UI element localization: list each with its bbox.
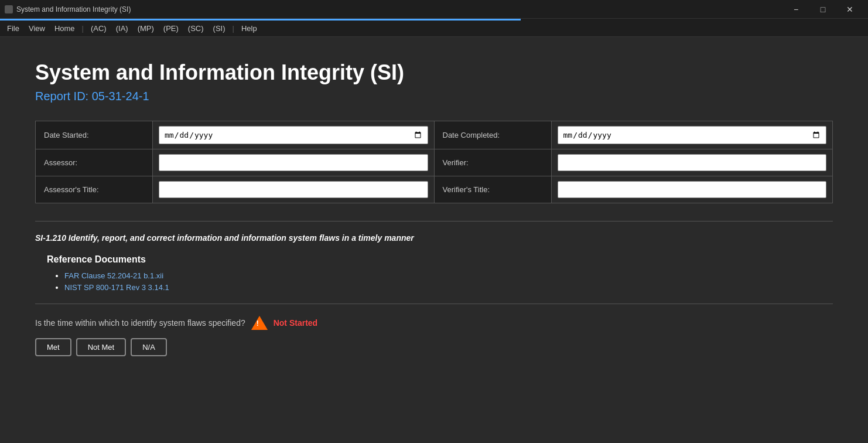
menu-sep1: | <box>80 24 86 33</box>
met-button[interactable]: Met <box>35 338 71 356</box>
warning-shape <box>251 316 268 330</box>
verifier-input[interactable] <box>558 154 827 171</box>
menu-mp[interactable]: (MP) <box>133 23 159 34</box>
section-divider-2 <box>35 304 833 304</box>
assessor-input[interactable] <box>159 154 428 171</box>
verifier-cell <box>551 149 833 176</box>
not-met-button[interactable]: Not Met <box>76 338 127 356</box>
date-started-input[interactable] <box>159 126 428 144</box>
menu-sep2: | <box>230 24 237 33</box>
menu-view[interactable]: View <box>24 23 50 34</box>
close-button[interactable]: ✕ <box>836 0 863 19</box>
title-bar-controls: − □ ✕ <box>782 0 863 19</box>
form-row-assessor: Assessor: Verifier: <box>36 149 833 176</box>
date-completed-label: Date Completed: <box>434 121 551 149</box>
menu-ia[interactable]: (IA) <box>111 23 133 34</box>
assessor-cell <box>153 149 435 176</box>
question-row-1: Is the time within which to identify sys… <box>35 316 833 330</box>
date-completed-input[interactable] <box>558 126 827 144</box>
list-item: NIST SP 800-171 Rev 3 3.14.1 <box>64 282 833 292</box>
ref-docs-title: Reference Documents <box>47 254 833 265</box>
reference-docs-section: Reference Documents FAR Clause 52.204-21… <box>35 254 833 292</box>
ref-docs-list: FAR Clause 52.204-21 b.1.xii NIST SP 800… <box>64 271 833 292</box>
menu-pe[interactable]: (PE) <box>159 23 183 34</box>
na-button[interactable]: N/A <box>131 338 167 356</box>
section-divider-1 <box>35 221 833 221</box>
verifier-title-input[interactable] <box>558 181 827 198</box>
warning-triangle-icon <box>251 316 268 330</box>
title-bar-left: System and Information Integrity (SI) <box>5 5 131 13</box>
date-completed-cell <box>551 121 833 149</box>
menu-si[interactable]: (SI) <box>209 23 230 34</box>
status-badge: Not Started <box>274 318 317 328</box>
assessor-title-input[interactable] <box>159 181 428 198</box>
minimize-button[interactable]: − <box>782 0 809 19</box>
list-item: FAR Clause 52.204-21 b.1.xii <box>64 271 833 280</box>
page-title: System and Information Integrity (SI) <box>35 60 833 85</box>
verifier-title-label: Verifier's Title: <box>434 176 551 203</box>
maximize-button[interactable]: □ <box>809 0 836 19</box>
verifier-title-cell <box>551 176 833 203</box>
menu-ac[interactable]: (AC) <box>86 23 111 34</box>
requirement-text: SI-1.210 Identify, report, and correct i… <box>35 233 833 243</box>
ref-link-far[interactable]: FAR Clause 52.204-21 b.1.xii <box>64 271 163 280</box>
assessor-label: Assessor: <box>36 149 153 176</box>
verifier-label: Verifier: <box>434 149 551 176</box>
form-table: Date Started: Date Completed: Assessor: … <box>35 121 833 203</box>
form-row-dates: Date Started: Date Completed: <box>36 121 833 149</box>
main-content: System and Information Integrity (SI) Re… <box>0 37 868 443</box>
menu-sc[interactable]: (SC) <box>183 23 209 34</box>
answer-buttons: Met Not Met N/A <box>35 338 833 356</box>
form-row-titles: Assessor's Title: Verifier's Title: <box>36 176 833 203</box>
assessor-title-label: Assessor's Title: <box>36 176 153 203</box>
menu-home[interactable]: Home <box>50 23 80 34</box>
menu-bar: File View Home | (AC) (IA) (MP) (PE) (SC… <box>0 21 868 37</box>
menu-help[interactable]: Help <box>237 23 262 34</box>
ref-link-nist[interactable]: NIST SP 800-171 Rev 3 3.14.1 <box>64 283 169 292</box>
date-started-cell <box>153 121 435 149</box>
menu-file[interactable]: File <box>2 23 24 34</box>
date-started-label: Date Started: <box>36 121 153 149</box>
app-icon <box>5 5 13 13</box>
question-text-1: Is the time within which to identify sys… <box>35 318 245 328</box>
assessor-title-cell <box>153 176 435 203</box>
window-title: System and Information Integrity (SI) <box>16 5 131 13</box>
report-id: Report ID: 05-31-24-1 <box>35 90 833 103</box>
title-bar: System and Information Integrity (SI) − … <box>0 0 868 19</box>
